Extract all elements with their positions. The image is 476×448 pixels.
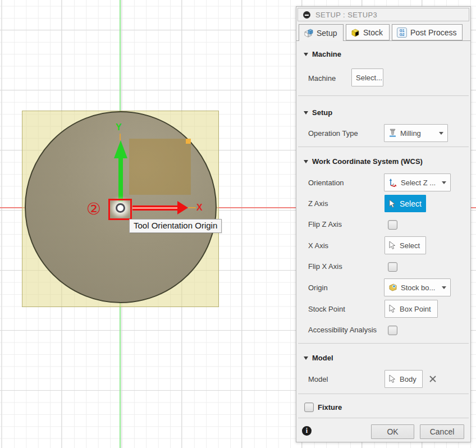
- tab-setup[interactable]: Setup: [299, 24, 344, 41]
- x-axis-arrow: [132, 205, 177, 211]
- collapse-icon[interactable]: [303, 11, 310, 19]
- milling-tool-icon: [388, 129, 397, 138]
- section-setup[interactable]: Setup: [304, 108, 332, 117]
- stock-cube-icon: [351, 28, 360, 37]
- info-icon[interactable]: i: [302, 426, 312, 436]
- section-machine-title: Machine: [312, 50, 341, 58]
- origin-value: Stock bo...: [401, 284, 435, 292]
- model-face-highlight[interactable]: [129, 139, 191, 195]
- cursor-icon: [389, 199, 396, 208]
- model-body-button[interactable]: Body: [385, 370, 423, 388]
- fixture-label: Fixture: [318, 403, 342, 412]
- x-axis-label: X: [196, 203, 203, 213]
- y-axis-arrow: [118, 158, 123, 202]
- tab-post-process[interactable]: G1 G2 Post Process: [392, 24, 463, 40]
- step-2-annotation: ②: [86, 201, 101, 217]
- stock-point-value: Box Point: [400, 305, 431, 313]
- orientation-label: Orientation: [308, 179, 344, 187]
- dialog-titlebar[interactable]: SETUP : SETUP3: [298, 8, 469, 21]
- stock-point-label: Stock Point: [308, 305, 345, 313]
- section-model[interactable]: Model: [304, 354, 333, 362]
- cancel-button[interactable]: Cancel: [420, 424, 464, 439]
- section-collapse-icon: [304, 356, 308, 360]
- flip-z-label: Flip Z Axis: [308, 220, 342, 228]
- model-label: Model: [308, 375, 328, 383]
- wcs-axes-icon: [388, 178, 397, 187]
- divider: [298, 95, 469, 96]
- divider: [298, 147, 469, 147]
- operation-type-dropdown[interactable]: Milling: [384, 124, 448, 142]
- flip-x-label: Flip X Axis: [308, 262, 342, 271]
- ok-label: OK: [387, 427, 398, 436]
- z-axis-label: Z Axis: [308, 199, 328, 208]
- stock-point-icon: [388, 283, 397, 292]
- operation-type-value: Milling: [400, 129, 421, 138]
- x-axis-tick: [188, 207, 196, 208]
- cursor-icon: [389, 241, 396, 250]
- gcode-line2: G2: [400, 33, 405, 36]
- dialog-title: SETUP : SETUP3: [315, 11, 377, 19]
- chevron-down-icon: [442, 286, 446, 289]
- stock-point-button[interactable]: Box Point: [385, 300, 438, 318]
- gcode-icon: G1 G2: [397, 28, 407, 38]
- section-wcs-title: Work Coordinate System (WCS): [312, 157, 423, 166]
- accessibility-label: Accessibility Analysis: [308, 326, 377, 334]
- divider: [298, 418, 469, 418]
- cancel-label: Cancel: [430, 427, 455, 436]
- flip-x-checkbox[interactable]: [388, 262, 397, 272]
- setup-dialog: SETUP : SETUP3 Setup Stock G1: [296, 6, 471, 442]
- section-model-title: Model: [312, 354, 333, 362]
- dialog-tabbar: Setup Stock G1 G2 Post Process: [296, 24, 470, 41]
- stock-corner-marker: [186, 139, 191, 144]
- x-axis-select-button[interactable]: Select: [385, 236, 426, 254]
- machine-label: Machine: [308, 74, 336, 83]
- clear-selection-icon[interactable]: [429, 375, 437, 383]
- origin-label: Origin: [308, 284, 328, 292]
- section-wcs[interactable]: Work Coordinate System (WCS): [304, 157, 423, 166]
- x-axis-label: X Axis: [308, 241, 328, 250]
- divider: [298, 343, 469, 344]
- machine-select-label: Select...: [356, 74, 382, 82]
- y-axis-label: Y: [116, 122, 122, 132]
- ok-button[interactable]: OK: [371, 424, 414, 439]
- tab-stock[interactable]: Stock: [346, 24, 390, 40]
- machine-select-button[interactable]: Select...: [351, 68, 383, 86]
- origin-highlight-box: [108, 199, 132, 220]
- setup-cube-icon: [304, 29, 313, 38]
- section-setup-title: Setup: [312, 108, 332, 117]
- z-axis-select-button[interactable]: Select: [385, 195, 426, 212]
- flip-z-checkbox[interactable]: [388, 220, 397, 230]
- y-axis-arrowhead-icon: [114, 140, 127, 158]
- origin-tooltip: Tool Orientation Origin: [129, 219, 222, 233]
- orientation-value: Select Z ...: [401, 179, 436, 187]
- x-axis-arrowhead-icon: [177, 201, 188, 214]
- origin-dropdown[interactable]: Stock bo...: [384, 278, 451, 296]
- tab-post-process-label: Post Process: [410, 28, 456, 37]
- section-collapse-icon: [304, 160, 308, 163]
- section-collapse-icon: [304, 53, 308, 56]
- section-machine[interactable]: Machine: [304, 50, 341, 58]
- x-axis-select-label: Select: [400, 241, 420, 250]
- chevron-down-icon: [439, 132, 443, 135]
- z-axis-select-label: Select: [400, 199, 422, 208]
- operation-type-label: Operation Type: [308, 129, 358, 138]
- section-collapse-icon: [304, 111, 308, 115]
- divider: [298, 394, 469, 394]
- fixture-checkbox[interactable]: [304, 403, 314, 412]
- model-body-label: Body: [400, 375, 417, 383]
- y-axis-tick: [120, 134, 121, 140]
- chevron-down-icon: [442, 181, 446, 184]
- orientation-dropdown[interactable]: Select Z ...: [384, 173, 451, 191]
- cursor-icon: [389, 304, 396, 313]
- accessibility-checkbox[interactable]: [388, 326, 397, 335]
- tab-stock-label: Stock: [363, 28, 383, 37]
- tab-setup-label: Setup: [317, 29, 337, 38]
- cursor-icon: [389, 374, 396, 383]
- gcode-line1: G1: [400, 29, 405, 33]
